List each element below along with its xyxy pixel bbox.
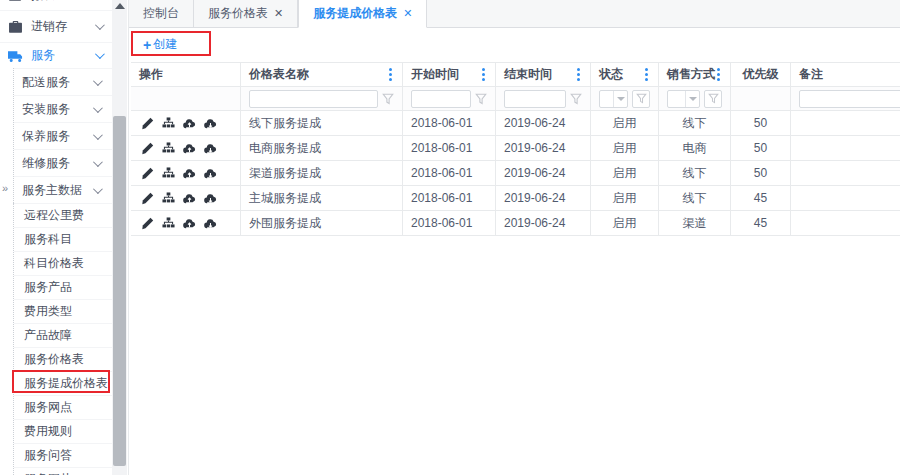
cell-method: 线下	[659, 186, 731, 211]
status-filter-select[interactable]	[599, 90, 628, 108]
create-button[interactable]: + 创建	[143, 36, 177, 53]
tab-commission-pricelist[interactable]: 服务提成价格表 ✕	[298, 0, 427, 28]
sidebar-leaf-item[interactable]: 费用类型	[14, 299, 112, 323]
column-menu-icon[interactable]	[387, 66, 394, 83]
cell-start: 2018-06-01	[403, 186, 496, 211]
sidebar-leaf-item[interactable]: 服务图片	[14, 467, 112, 475]
sidebar-item-label: 进销存	[31, 18, 67, 35]
method-filter-select[interactable]	[667, 90, 700, 108]
cloud-upload-icon[interactable]	[183, 117, 196, 130]
chevron-down-icon	[613, 91, 627, 107]
tab-label: 控制台	[143, 5, 179, 22]
sidebar-scrollbar[interactable]	[112, 0, 127, 475]
remark-filter-input[interactable]	[799, 90, 900, 108]
column-menu-icon[interactable]	[480, 66, 487, 83]
sidebar-leaf-item[interactable]: 远程公里费	[14, 203, 112, 227]
sidebar-leaf-item[interactable]: 服务提成价格表	[14, 371, 112, 395]
sitemap-icon[interactable]	[162, 117, 175, 130]
tab-console[interactable]: 控制台	[129, 0, 194, 27]
filter-funnel-icon[interactable]	[704, 90, 722, 108]
report-icon	[8, 0, 23, 2]
sidebar-leaf-item[interactable]: 产品故障	[14, 323, 112, 347]
sidebar-leaf-item[interactable]: 服务科目	[14, 227, 112, 251]
column-menu-icon[interactable]	[643, 66, 650, 83]
cell-status: 启用	[591, 111, 659, 136]
cloud-download-icon[interactable]	[204, 217, 217, 230]
cloud-upload-icon[interactable]	[183, 167, 196, 180]
cell-priority: 50	[731, 136, 791, 161]
edit-icon[interactable]	[141, 217, 154, 230]
table-filter-row	[131, 87, 900, 111]
sidebar-leaf-item[interactable]: 服务产品	[14, 275, 112, 299]
sidebar-masterdata-submenu: 远程公里费 服务科目 科目价格表 服务产品 费用类型 产品故障 服务价格表	[13, 203, 112, 475]
sidebar-subitem[interactable]: 维修服务	[14, 149, 112, 176]
tab-service-pricelist[interactable]: 服务价格表 ✕	[194, 0, 298, 27]
scrollbar-thumb[interactable]	[113, 116, 126, 466]
filter-funnel-icon[interactable]	[475, 93, 487, 105]
sitemap-icon[interactable]	[162, 142, 175, 155]
cell-name: 电商服务提成	[241, 136, 403, 161]
sidebar-leaf-item[interactable]: 费用规则	[14, 419, 112, 443]
edit-icon[interactable]	[141, 192, 154, 205]
cell-remark	[791, 161, 900, 186]
sitemap-icon[interactable]	[162, 217, 175, 230]
sidebar-subitem[interactable]: 配送服务	[14, 68, 112, 95]
edit-icon[interactable]	[141, 142, 154, 155]
sidebar-leaf-item[interactable]: 服务问答	[14, 443, 112, 467]
cloud-download-icon[interactable]	[204, 142, 217, 155]
start-filter-input[interactable]	[411, 90, 471, 108]
sitemap-icon[interactable]	[162, 167, 175, 180]
sidebar-service-submenu: 配送服务 安装服务 保养服务 维修服务 »	[13, 68, 112, 203]
cell-end: 2019-06-24	[496, 136, 591, 161]
cloud-download-icon[interactable]	[204, 192, 217, 205]
cloud-upload-icon[interactable]	[183, 217, 196, 230]
chevron-down-icon	[685, 91, 699, 107]
sidebar-item-inventory[interactable]: 进销存	[0, 10, 112, 42]
row-actions-cell	[131, 211, 241, 236]
edit-icon[interactable]	[141, 117, 154, 130]
sidebar-item-label: 服务科目	[24, 231, 72, 248]
cell-remark	[791, 211, 900, 236]
name-filter-input[interactable]	[249, 90, 378, 108]
column-menu-icon[interactable]	[715, 66, 722, 83]
sidebar-item-label: 服务主数据	[22, 182, 82, 199]
cloud-upload-icon[interactable]	[183, 142, 196, 155]
sidebar-subitem[interactable]: » 服务主数据	[14, 176, 112, 203]
sidebar-item-service[interactable]: 服务	[0, 42, 112, 68]
filter-funnel-icon[interactable]	[382, 93, 394, 105]
sidebar-leaf-item[interactable]: 服务网点	[14, 395, 112, 419]
cell-method: 渠道	[659, 211, 731, 236]
sidebar-leaf-item[interactable]: 服务价格表	[14, 347, 112, 371]
col-header-status: 状态	[591, 63, 659, 87]
sidebar-item-label: 产品故障	[24, 327, 72, 344]
filter-funnel-icon[interactable]	[632, 90, 650, 108]
cell-status: 启用	[591, 136, 659, 161]
filter-cell-priority	[731, 87, 791, 111]
edit-icon[interactable]	[141, 167, 154, 180]
scroll-up-arrow-icon[interactable]	[115, 3, 125, 9]
sidebar-item-label: 服务产品	[24, 279, 72, 296]
end-filter-input[interactable]	[504, 90, 566, 108]
sidebar-subitem[interactable]: 安装服务	[14, 95, 112, 122]
plus-icon: +	[143, 38, 151, 52]
sidebar-item-partial-top[interactable]: 报表	[0, 0, 112, 10]
sitemap-icon[interactable]	[162, 192, 175, 205]
close-icon[interactable]: ✕	[274, 8, 283, 19]
cloud-upload-icon[interactable]	[183, 192, 196, 205]
close-icon[interactable]: ✕	[403, 8, 412, 19]
cell-priority: 45	[731, 186, 791, 211]
cell-remark	[791, 111, 900, 136]
cloud-download-icon[interactable]	[204, 167, 217, 180]
col-header-priority: 优先级	[731, 63, 791, 87]
filter-cell-remark	[791, 87, 900, 111]
sidebar-item-label: 服务问答	[24, 447, 72, 464]
sidebar-subitem[interactable]: 保养服务	[14, 122, 112, 149]
sidebar-item-label: 服务价格表	[24, 351, 84, 368]
filter-funnel-icon[interactable]	[570, 93, 582, 105]
sidebar-leaf-item[interactable]: 科目价格表	[14, 251, 112, 275]
column-menu-icon[interactable]	[575, 66, 582, 83]
cloud-download-icon[interactable]	[204, 117, 217, 130]
tab-bar: 控制台 服务价格表 ✕ 服务提成价格表 ✕	[129, 0, 900, 28]
tab-label: 服务提成价格表	[313, 5, 397, 22]
main-content: 控制台 服务价格表 ✕ 服务提成价格表 ✕ + 创建 操作 价格表名称 开始时间	[128, 0, 900, 475]
